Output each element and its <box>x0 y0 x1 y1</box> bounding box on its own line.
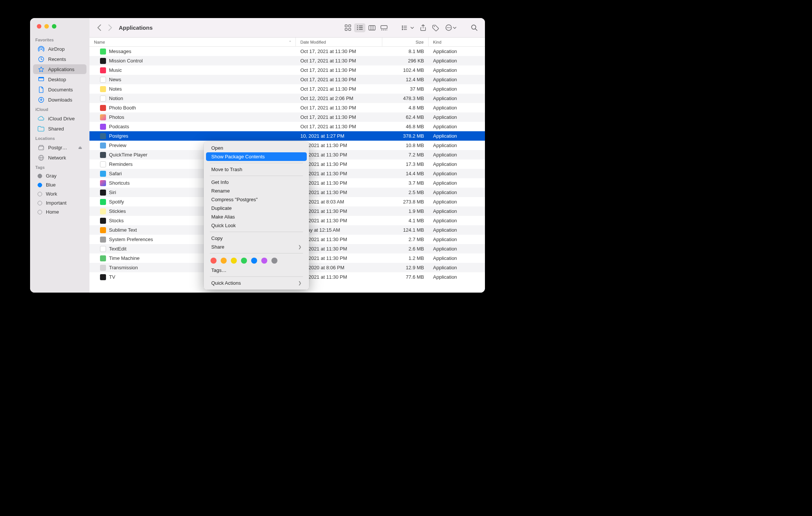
file-row[interactable]: NewsOct 17, 2021 at 11:30 PM12.4 MBAppli… <box>89 75 485 84</box>
file-size: 2.6 MB <box>382 246 429 252</box>
col-date[interactable]: Date Modified <box>296 38 382 46</box>
search-button[interactable] <box>468 23 480 32</box>
sidebar-item[interactable]: Blue <box>33 181 86 189</box>
tag-color-icon[interactable] <box>231 258 237 264</box>
svg-point-16 <box>357 27 358 28</box>
menu-item[interactable]: Duplicate <box>206 204 307 212</box>
sidebar-item[interactable]: Downloads <box>33 95 86 105</box>
svg-rect-33 <box>404 29 407 30</box>
menu-item[interactable]: Make Alias <box>206 212 307 221</box>
file-size: 10.8 MB <box>382 143 429 148</box>
sidebar-item-label: iCloud Drive <box>48 116 75 121</box>
sidebar-item[interactable]: Desktop <box>33 74 86 84</box>
menu-separator <box>210 253 303 253</box>
sidebar-item[interactable]: AirDrop <box>33 44 86 54</box>
menu-item[interactable]: Move to Trash <box>206 165 307 174</box>
file-row[interactable]: MusicOct 17, 2021 at 11:30 PM102.4 MBApp… <box>89 65 485 75</box>
sidebar-item[interactable]: Recents <box>33 54 86 64</box>
menu-item[interactable]: Open <box>206 144 307 152</box>
menu-item[interactable]: Tags… <box>206 266 307 275</box>
menu-item[interactable]: Rename <box>206 187 307 195</box>
file-date: Oct 17, 2021 at 11:30 PM <box>296 86 382 92</box>
svg-rect-30 <box>402 27 403 28</box>
sidebar-item[interactable]: iCloud Drive <box>33 114 86 123</box>
tag-dot-icon <box>38 201 42 205</box>
tag-color-icon[interactable] <box>271 258 277 264</box>
file-name: Transmission <box>109 265 138 270</box>
minimize-icon[interactable] <box>44 24 49 29</box>
action-button[interactable] <box>443 23 459 32</box>
file-kind: Application <box>429 143 485 148</box>
file-row[interactable]: Photo BoothOct 17, 2021 at 11:30 PM4.8 M… <box>89 103 485 112</box>
eject-icon[interactable]: ⏏ <box>78 145 82 150</box>
file-row[interactable]: MessagesOct 17, 2021 at 11:30 PM8.1 MBAp… <box>89 47 485 56</box>
sidebar-item-label: Postgr… <box>48 145 67 150</box>
app-icon <box>100 171 106 177</box>
zoom-icon[interactable] <box>52 24 56 29</box>
svg-rect-28 <box>402 26 403 27</box>
disk-icon <box>38 144 44 151</box>
menu-item[interactable]: Compress "Postgres" <box>206 195 307 204</box>
svg-rect-26 <box>385 29 386 30</box>
file-kind: Application <box>429 49 485 54</box>
folder-icon <box>38 125 44 132</box>
menu-item-label: Show Package Contents <box>211 154 265 159</box>
menu-item[interactable]: Quick Actions❯ <box>206 279 307 287</box>
file-size: 12.9 MB <box>382 265 429 270</box>
file-row[interactable]: Postgres10, 2021 at 1:27 PM378.2 MBAppli… <box>89 131 485 141</box>
forward-button[interactable] <box>105 23 114 33</box>
sidebar-item[interactable]: Shared <box>33 124 86 134</box>
sidebar-item[interactable]: Applications <box>33 64 86 74</box>
icon-view-button[interactable] <box>342 23 353 32</box>
sidebar-item[interactable]: Documents <box>33 85 86 94</box>
file-name: TV <box>109 274 115 280</box>
file-row[interactable]: PhotosOct 17, 2021 at 11:30 PM62.4 MBApp… <box>89 112 485 122</box>
file-name: Reminders <box>109 161 133 167</box>
share-button[interactable] <box>417 23 429 32</box>
file-row[interactable]: PodcastsOct 17, 2021 at 11:30 PM46.8 MBA… <box>89 122 485 131</box>
tag-color-icon[interactable] <box>251 258 257 264</box>
svg-rect-13 <box>348 28 351 30</box>
sidebar-item-label: Downloads <box>48 97 72 103</box>
file-name: TextEdit <box>109 246 126 252</box>
sidebar-item[interactable]: Home <box>33 208 86 216</box>
airdrop-icon <box>38 46 44 52</box>
file-kind: Application <box>429 96 485 101</box>
column-view-button[interactable] <box>366 23 377 32</box>
sidebar-item-label: Important <box>46 200 67 206</box>
sidebar-item[interactable]: Postgr…⏏ <box>33 143 86 152</box>
back-button[interactable] <box>95 23 104 33</box>
tag-color-icon[interactable] <box>261 258 267 264</box>
file-row[interactable]: Mission ControlOct 17, 2021 at 11:30 PM2… <box>89 56 485 65</box>
gallery-view-button[interactable] <box>378 23 389 32</box>
app-icon <box>100 77 106 83</box>
close-icon[interactable] <box>37 24 41 29</box>
menu-item[interactable]: Show Package Contents <box>206 152 307 161</box>
sidebar-item[interactable]: Network <box>33 153 86 162</box>
col-name[interactable]: Name⌃ <box>89 38 296 46</box>
app-icon <box>100 58 106 64</box>
menu-item[interactable]: Share❯ <box>206 243 307 251</box>
sidebar-item[interactable]: Work <box>33 190 86 198</box>
app-icon <box>100 49 106 55</box>
file-row[interactable]: NotionOct 12, 2021 at 2:06 PM478.3 MBApp… <box>89 94 485 103</box>
tag-color-icon[interactable] <box>241 258 247 264</box>
sidebar-item[interactable]: Gray <box>33 171 86 180</box>
group-button[interactable] <box>400 23 416 32</box>
tag-color-icon[interactable] <box>211 258 217 264</box>
menu-item[interactable]: Copy <box>206 234 307 243</box>
file-kind: Application <box>429 86 485 92</box>
list-view-button[interactable] <box>354 23 365 32</box>
sidebar-item[interactable]: Important <box>33 199 86 207</box>
file-size: 296 KB <box>382 58 429 64</box>
col-kind[interactable]: Kind <box>429 38 485 46</box>
app-icon <box>100 133 106 139</box>
menu-item[interactable]: Quick Look <box>206 221 307 230</box>
tag-color-icon[interactable] <box>221 258 227 264</box>
col-size[interactable]: Size <box>382 38 429 46</box>
file-kind: Application <box>429 246 485 252</box>
file-row[interactable]: NotesOct 17, 2021 at 11:30 PM37 MBApplic… <box>89 84 485 94</box>
app-icon <box>100 105 106 111</box>
menu-item[interactable]: Get Info <box>206 178 307 187</box>
tags-button[interactable] <box>430 23 441 32</box>
